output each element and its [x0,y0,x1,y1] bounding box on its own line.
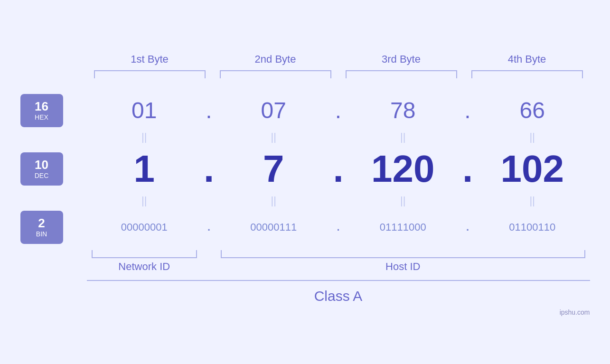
network-id-label: Network ID [87,261,202,273]
dec-byte2: 7 [216,142,331,196]
byte4-header: 4th Byte [464,53,590,65]
hex-dot1: . [202,97,216,123]
bin-dot3: . [460,221,475,233]
hex-byte3: 78 [346,90,461,131]
hex-byte1: 01 [87,90,202,131]
hex-label: 16 HEX [20,94,63,127]
equals-4a: || [475,132,590,142]
host-id-label: Host ID [216,261,590,273]
bin-label: 2 BIN [20,211,63,244]
byte2-top-bracket [220,70,331,80]
byte3-top-bracket [346,70,457,80]
equals-2b: || [216,196,331,206]
bin-dot1: . [202,221,216,233]
equals-2a: || [216,132,331,142]
dec-byte3: 120 [346,142,461,196]
bin-byte1: 00000001 [87,214,202,241]
bin-byte3: 01111000 [346,214,461,241]
byte2-header: 2nd Byte [213,53,338,65]
network-id-bracket [87,249,202,258]
dec-dot3: . [460,147,475,191]
hex-dot3: . [460,97,475,123]
host-id-bracket [216,249,590,258]
dec-dot2: . [331,147,346,191]
byte1-header: 1st Byte [87,53,213,65]
equals-3b: || [346,196,461,206]
byte1-top-bracket [94,70,206,80]
watermark: ipshu.com [560,308,590,316]
hex-byte2: 07 [216,90,331,131]
dec-label: 10 DEC [20,152,63,186]
equals-4b: || [475,196,590,206]
equals-1b: || [87,196,202,206]
dec-byte4: 102 [475,142,590,196]
bin-byte4: 01100110 [475,214,590,241]
class-label: Class A [87,280,590,311]
bin-dot2: . [331,221,346,233]
byte3-header: 3rd Byte [338,53,464,65]
equals-3a: || [346,132,461,142]
bin-byte2: 00000111 [216,214,331,241]
dec-byte1: 1 [87,142,202,196]
hex-dot2: . [331,97,346,123]
byte4-top-bracket [471,70,583,80]
equals-1a: || [87,132,202,142]
hex-byte4: 66 [475,90,590,131]
dec-dot1: . [202,147,216,191]
